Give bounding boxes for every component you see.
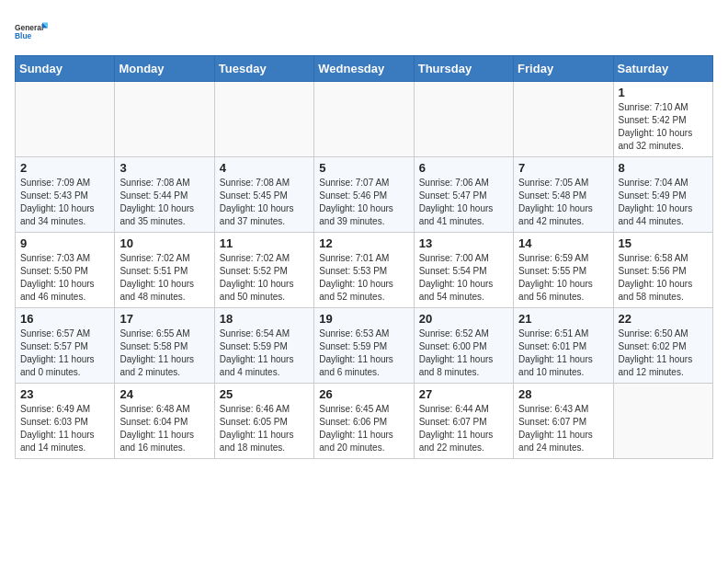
calendar-cell: 15Sunrise: 6:58 AM Sunset: 5:56 PM Dayli… <box>613 233 712 308</box>
calendar-cell: 22Sunrise: 6:50 AM Sunset: 6:02 PM Dayli… <box>613 308 712 384</box>
day-number: 25 <box>220 387 309 401</box>
calendar-week-row: 9Sunrise: 7:03 AM Sunset: 5:50 PM Daylig… <box>16 233 713 308</box>
day-info: Sunrise: 7:04 AM Sunset: 5:49 PM Dayligh… <box>619 177 708 228</box>
day-number: 18 <box>220 312 309 326</box>
day-info: Sunrise: 6:45 AM Sunset: 6:06 PM Dayligh… <box>319 403 408 454</box>
calendar-week-row: 16Sunrise: 6:57 AM Sunset: 5:57 PM Dayli… <box>16 308 713 384</box>
calendar-cell: 25Sunrise: 6:46 AM Sunset: 6:05 PM Dayli… <box>214 384 313 459</box>
day-number: 23 <box>20 387 109 401</box>
day-info: Sunrise: 7:06 AM Sunset: 5:47 PM Dayligh… <box>419 177 508 228</box>
day-info: Sunrise: 7:05 AM Sunset: 5:48 PM Dayligh… <box>518 177 608 228</box>
day-info: Sunrise: 7:08 AM Sunset: 5:44 PM Dayligh… <box>119 177 209 228</box>
day-info: Sunrise: 6:57 AM Sunset: 5:57 PM Dayligh… <box>20 327 109 379</box>
calendar-cell: 14Sunrise: 6:59 AM Sunset: 5:55 PM Dayli… <box>514 233 613 308</box>
day-info: Sunrise: 6:54 AM Sunset: 5:59 PM Dayligh… <box>220 327 309 379</box>
calendar-cell: 26Sunrise: 6:45 AM Sunset: 6:06 PM Dayli… <box>314 384 414 459</box>
calendar-cell: 7Sunrise: 7:05 AM Sunset: 5:48 PM Daylig… <box>514 157 613 233</box>
weekday-header: Sunday <box>16 56 115 82</box>
day-number: 14 <box>518 236 608 250</box>
calendar-cell: 16Sunrise: 6:57 AM Sunset: 5:57 PM Dayli… <box>16 308 115 384</box>
day-info: Sunrise: 6:59 AM Sunset: 5:55 PM Dayligh… <box>518 252 608 304</box>
calendar-cell: 24Sunrise: 6:48 AM Sunset: 6:04 PM Dayli… <box>115 384 214 459</box>
calendar-cell: 19Sunrise: 6:53 AM Sunset: 5:59 PM Dayli… <box>314 308 414 384</box>
calendar-cell: 6Sunrise: 7:06 AM Sunset: 5:47 PM Daylig… <box>414 157 513 233</box>
day-number: 26 <box>319 387 408 401</box>
weekday-header: Saturday <box>613 56 712 82</box>
day-info: Sunrise: 6:55 AM Sunset: 5:58 PM Dayligh… <box>119 327 209 379</box>
day-number: 6 <box>419 161 508 175</box>
weekday-header: Thursday <box>414 56 513 82</box>
svg-text:General: General <box>15 23 43 32</box>
page-header: General Blue <box>15 15 713 48</box>
calendar-header-row: SundayMondayTuesdayWednesdayThursdayFrid… <box>16 56 713 82</box>
calendar-cell: 20Sunrise: 6:52 AM Sunset: 6:00 PM Dayli… <box>414 308 513 384</box>
day-info: Sunrise: 7:02 AM Sunset: 5:52 PM Dayligh… <box>220 252 309 304</box>
day-info: Sunrise: 7:03 AM Sunset: 5:50 PM Dayligh… <box>20 252 109 304</box>
day-number: 12 <box>319 236 408 250</box>
day-number: 2 <box>20 161 109 175</box>
day-number: 22 <box>619 312 708 326</box>
day-info: Sunrise: 6:52 AM Sunset: 6:00 PM Dayligh… <box>419 327 508 379</box>
calendar-cell <box>314 82 414 157</box>
day-number: 27 <box>419 387 508 401</box>
weekday-header: Wednesday <box>314 56 414 82</box>
day-info: Sunrise: 6:49 AM Sunset: 6:03 PM Dayligh… <box>20 403 109 454</box>
calendar-cell: 23Sunrise: 6:49 AM Sunset: 6:03 PM Dayli… <box>16 384 115 459</box>
calendar-cell <box>16 82 115 157</box>
day-info: Sunrise: 6:53 AM Sunset: 5:59 PM Dayligh… <box>319 327 408 379</box>
day-info: Sunrise: 6:58 AM Sunset: 5:56 PM Dayligh… <box>619 252 708 304</box>
calendar-cell: 5Sunrise: 7:07 AM Sunset: 5:46 PM Daylig… <box>314 157 414 233</box>
calendar-cell <box>414 82 513 157</box>
calendar-cell: 2Sunrise: 7:09 AM Sunset: 5:43 PM Daylig… <box>16 157 115 233</box>
day-number: 11 <box>220 236 309 250</box>
calendar-cell <box>613 384 712 459</box>
weekday-header: Tuesday <box>214 56 313 82</box>
calendar-cell: 1Sunrise: 7:10 AM Sunset: 5:42 PM Daylig… <box>613 82 712 157</box>
calendar-week-row: 1Sunrise: 7:10 AM Sunset: 5:42 PM Daylig… <box>16 82 713 157</box>
calendar-cell: 9Sunrise: 7:03 AM Sunset: 5:50 PM Daylig… <box>16 233 115 308</box>
calendar-cell: 27Sunrise: 6:44 AM Sunset: 6:07 PM Dayli… <box>414 384 513 459</box>
day-number: 7 <box>518 161 608 175</box>
calendar-cell: 10Sunrise: 7:02 AM Sunset: 5:51 PM Dayli… <box>115 233 214 308</box>
day-info: Sunrise: 6:50 AM Sunset: 6:02 PM Dayligh… <box>619 327 708 379</box>
day-info: Sunrise: 7:00 AM Sunset: 5:54 PM Dayligh… <box>419 252 508 304</box>
day-number: 21 <box>518 312 608 326</box>
day-info: Sunrise: 7:07 AM Sunset: 5:46 PM Dayligh… <box>319 177 408 228</box>
logo-graphic: General Blue <box>15 15 48 48</box>
calendar-week-row: 23Sunrise: 6:49 AM Sunset: 6:03 PM Dayli… <box>16 384 713 459</box>
day-number: 28 <box>518 387 608 401</box>
day-number: 5 <box>319 161 408 175</box>
day-info: Sunrise: 7:10 AM Sunset: 5:42 PM Dayligh… <box>619 101 708 153</box>
calendar-cell <box>214 82 313 157</box>
day-info: Sunrise: 7:08 AM Sunset: 5:45 PM Dayligh… <box>220 177 309 228</box>
day-number: 19 <box>319 312 408 326</box>
day-info: Sunrise: 6:43 AM Sunset: 6:07 PM Dayligh… <box>518 403 608 454</box>
logo: General Blue <box>15 15 48 48</box>
calendar-cell: 13Sunrise: 7:00 AM Sunset: 5:54 PM Dayli… <box>414 233 513 308</box>
day-number: 24 <box>119 387 209 401</box>
weekday-header: Friday <box>514 56 613 82</box>
day-info: Sunrise: 7:09 AM Sunset: 5:43 PM Dayligh… <box>20 177 109 228</box>
calendar-cell: 11Sunrise: 7:02 AM Sunset: 5:52 PM Dayli… <box>214 233 313 308</box>
day-number: 17 <box>119 312 209 326</box>
calendar-cell: 3Sunrise: 7:08 AM Sunset: 5:44 PM Daylig… <box>115 157 214 233</box>
day-number: 9 <box>20 236 109 250</box>
calendar-cell: 12Sunrise: 7:01 AM Sunset: 5:53 PM Dayli… <box>314 233 414 308</box>
calendar-week-row: 2Sunrise: 7:09 AM Sunset: 5:43 PM Daylig… <box>16 157 713 233</box>
day-number: 3 <box>119 161 209 175</box>
calendar-cell: 4Sunrise: 7:08 AM Sunset: 5:45 PM Daylig… <box>214 157 313 233</box>
calendar-cell: 8Sunrise: 7:04 AM Sunset: 5:49 PM Daylig… <box>613 157 712 233</box>
day-info: Sunrise: 7:01 AM Sunset: 5:53 PM Dayligh… <box>319 252 408 304</box>
calendar-cell: 17Sunrise: 6:55 AM Sunset: 5:58 PM Dayli… <box>115 308 214 384</box>
day-info: Sunrise: 6:51 AM Sunset: 6:01 PM Dayligh… <box>518 327 608 379</box>
calendar-table: SundayMondayTuesdayWednesdayThursdayFrid… <box>15 55 713 459</box>
calendar-cell: 28Sunrise: 6:43 AM Sunset: 6:07 PM Dayli… <box>514 384 613 459</box>
day-number: 1 <box>619 86 708 99</box>
day-number: 16 <box>20 312 109 326</box>
day-number: 15 <box>619 236 708 250</box>
calendar-cell <box>514 82 613 157</box>
day-number: 10 <box>119 236 209 250</box>
calendar-cell: 21Sunrise: 6:51 AM Sunset: 6:01 PM Dayli… <box>514 308 613 384</box>
logo-container: General Blue <box>15 15 48 48</box>
day-info: Sunrise: 6:44 AM Sunset: 6:07 PM Dayligh… <box>419 403 508 454</box>
